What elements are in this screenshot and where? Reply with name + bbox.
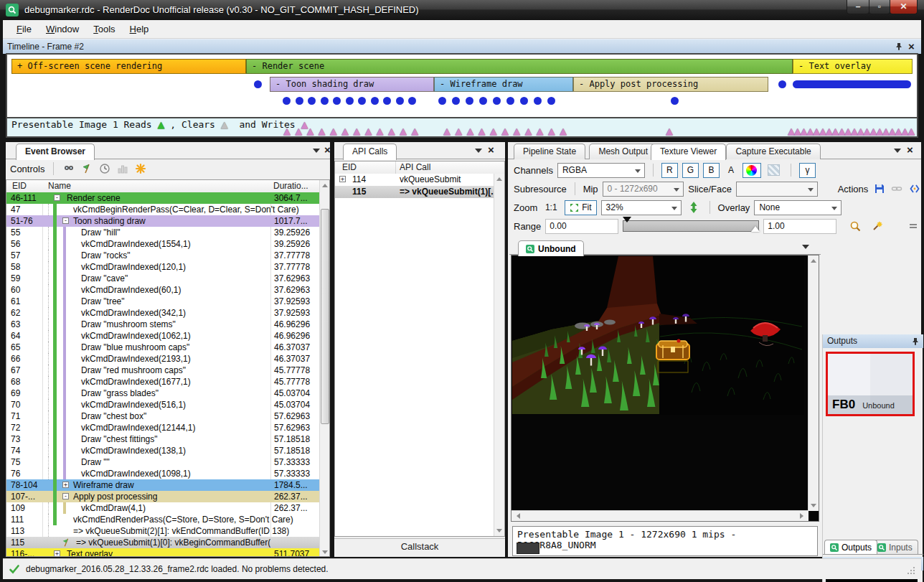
api-call-row-114[interactable]: +114vkQueueSubmit	[335, 174, 494, 186]
timeline-marker--render-scene[interactable]: - Render scene	[246, 59, 793, 74]
range-black-point-handle[interactable]	[623, 217, 631, 222]
overlay-select[interactable]: None	[754, 200, 842, 215]
callstack-label[interactable]: Callstack	[334, 538, 505, 556]
event-row-46-111[interactable]: 46-111-Render scene3064.7...	[6, 192, 319, 204]
tab-unbound-texture[interactable]: Unbound	[518, 240, 584, 256]
texture-tab-caret-icon[interactable]	[802, 245, 809, 249]
range-max-input[interactable]: 1.00	[763, 219, 836, 234]
close-button[interactable]: ✕	[890, 0, 918, 14]
event-row-68[interactable]: 68vkCmdDrawIndexed(1677,1)45.77778	[6, 376, 319, 388]
mip-select[interactable]: 0 - 1272x690	[603, 182, 684, 197]
menu-window[interactable]: Window	[39, 22, 85, 37]
event-row-72[interactable]: 72vkCmdDrawIndexed(12144,1)57.62963	[6, 422, 319, 433]
event-row-75[interactable]: 75Draw ""57.33333	[6, 456, 319, 468]
timeline-draw-dot[interactable]	[283, 97, 291, 105]
tab-capture-executable[interactable]: Capture Executable	[726, 144, 820, 159]
event-row-60[interactable]: 60vkCmdDrawIndexed(60,1)37.62963	[6, 284, 319, 296]
usage-write-triangle[interactable]: ▲	[666, 126, 673, 136]
usage-write-triangle[interactable]: ▲	[364, 126, 372, 136]
event-row-65[interactable]: 65Draw "blue mushroom caps"46.37037	[6, 342, 319, 353]
usage-write-triangle[interactable]: ▲	[411, 126, 418, 136]
event-row-67[interactable]: 67Draw "red mushroom caps"45.77778	[6, 365, 319, 376]
tab-texture-viewer[interactable]: Texture Viewer	[651, 144, 726, 160]
usage-write-triangle[interactable]: ▲	[490, 126, 497, 136]
event-row-116-[interactable]: 116-...+Text overlay511.7037	[6, 548, 319, 557]
viewport-vscrollbar[interactable]	[808, 255, 819, 511]
dock-menu-caret-icon[interactable]	[313, 149, 320, 153]
event-row-69[interactable]: 69Draw "grass blades"45.03704	[6, 388, 319, 399]
timeline-draw-dot[interactable]	[296, 97, 303, 105]
range-slider[interactable]	[623, 220, 759, 232]
timeline-draw-dot[interactable]	[466, 97, 473, 105]
timeline-draw-dot[interactable]	[408, 97, 416, 105]
channel-b-toggle[interactable]: B	[703, 163, 720, 178]
stats-icon[interactable]	[116, 162, 129, 175]
api-call-row-115[interactable]: 115=> vkQueueSubmit(1)[...	[335, 186, 494, 198]
event-row-71[interactable]: 71Draw "chest box"57.62963	[6, 410, 319, 422]
timeline-draw-dot[interactable]	[452, 97, 460, 105]
usage-write-triangle[interactable]: ▲	[295, 126, 302, 136]
minimize-button[interactable]: –	[847, 0, 869, 14]
pin-icon[interactable]	[895, 42, 902, 50]
timeline-draw-dot[interactable]	[333, 97, 341, 105]
usage-write-triangle[interactable]: ▲	[353, 126, 360, 136]
usage-write-triangle[interactable]: ▲	[548, 126, 555, 136]
usage-write-triangle[interactable]: ▲	[400, 126, 407, 136]
timeline-draw-dot[interactable]	[534, 97, 542, 105]
timeline-usage-strip[interactable]: Presentable Image 1 Reads ▲ , Clears ▲ a…	[6, 117, 918, 138]
fb0-output-thumbnail[interactable]: FB0 Unbound	[826, 352, 915, 416]
channel-a-toggle[interactable]: A	[724, 163, 738, 178]
link-icon[interactable]	[890, 183, 904, 194]
event-row-76[interactable]: 76vkCmdDrawIndexed(1098,1)57.33333	[6, 468, 319, 479]
timeline-marker--apply-post-processing[interactable]: - Apply post processing	[573, 77, 768, 92]
event-row-59[interactable]: 59Draw "cave"37.62963	[6, 273, 319, 284]
options-star-icon[interactable]	[134, 162, 147, 175]
timeline-close-icon[interactable]: ×	[908, 42, 915, 52]
event-row-58[interactable]: 58vkCmdDrawIndexed(120,1)37.77778	[6, 261, 319, 273]
timeline-draw-dot[interactable]	[547, 97, 555, 105]
event-row-47[interactable]: 47vkCmdBeginRenderPass(C=Clear, D=Clear,…	[6, 204, 319, 215]
col-name[interactable]: Name	[48, 181, 71, 191]
timeline-draw-dot[interactable]	[438, 97, 446, 105]
event-row-113[interactable]: 113=> vkQueueSubmit(2)[1]: vkEndCommandB…	[6, 525, 319, 537]
col-eid[interactable]: EID	[342, 162, 357, 172]
channel-r-toggle[interactable]: R	[661, 163, 678, 178]
event-row-56[interactable]: 56vkCmdDrawIndexed(1554,1)39.25926	[6, 238, 319, 250]
timeline-draw-dot[interactable]	[778, 80, 786, 88]
viewport-hscrollbar[interactable]	[512, 510, 808, 521]
fit-toggle[interactable]: Fit	[565, 200, 596, 215]
timeline-draw-dot[interactable]	[371, 97, 379, 105]
collapse-expander-icon[interactable]: -	[62, 217, 69, 224]
timeline-draw-dot[interactable]	[396, 97, 404, 105]
timeline-draw-dot[interactable]	[671, 97, 679, 105]
col-api-call[interactable]: API Call	[400, 162, 430, 172]
timeline-draw-dot[interactable]	[358, 97, 366, 105]
timeline-marker--text-overlay[interactable]: - Text overlay	[793, 59, 913, 74]
usage-write-triangle[interactable]: ▲	[466, 126, 473, 136]
event-browser-close-icon[interactable]: ×	[324, 145, 331, 155]
tab-inputs[interactable]: Inputs	[872, 540, 918, 554]
zoom-level-select[interactable]: 32%	[601, 200, 682, 215]
flip-y-icon[interactable]	[686, 202, 702, 213]
checker-backdrop-toggle[interactable]	[765, 163, 783, 178]
event-row-70[interactable]: 70vkCmdDrawIndexed(516,1)45.03704	[6, 399, 319, 410]
expand-expander-icon[interactable]: +	[339, 176, 346, 182]
gamma-toggle[interactable]: γ	[799, 163, 816, 178]
event-row-74[interactable]: 74vkCmdDrawIndexed(138,1)57.18518	[6, 445, 319, 456]
event-row-107-[interactable]: 107-...-Apply post processing262.37...	[6, 491, 319, 502]
event-row-66[interactable]: 66vkCmdDrawIndexed(2193,1)46.37037	[6, 353, 319, 365]
autofit-zoom-icon[interactable]	[847, 220, 864, 233]
event-row-51-76[interactable]: 51-76-Toon shading draw1017.7...	[6, 215, 319, 227]
usage-write-triangle[interactable]: ▲	[908, 126, 915, 136]
usage-write-triangle[interactable]: ▲	[377, 126, 384, 136]
menu-help[interactable]: Help	[123, 22, 156, 37]
color-wheel-toggle[interactable]	[742, 163, 761, 178]
tab-pipeline-state[interactable]: Pipeline State	[514, 144, 585, 159]
dock-menu-caret-icon[interactable]	[894, 149, 901, 153]
collapse-toolbar-icon[interactable]	[910, 224, 917, 228]
slice-face-select[interactable]	[736, 182, 818, 197]
event-row-61[interactable]: 61Draw "tree"37.92593	[6, 296, 319, 307]
event-browser-vscrollbar[interactable]	[319, 180, 330, 557]
pin-icon[interactable]	[912, 337, 919, 345]
menu-file[interactable]: File	[10, 22, 38, 37]
